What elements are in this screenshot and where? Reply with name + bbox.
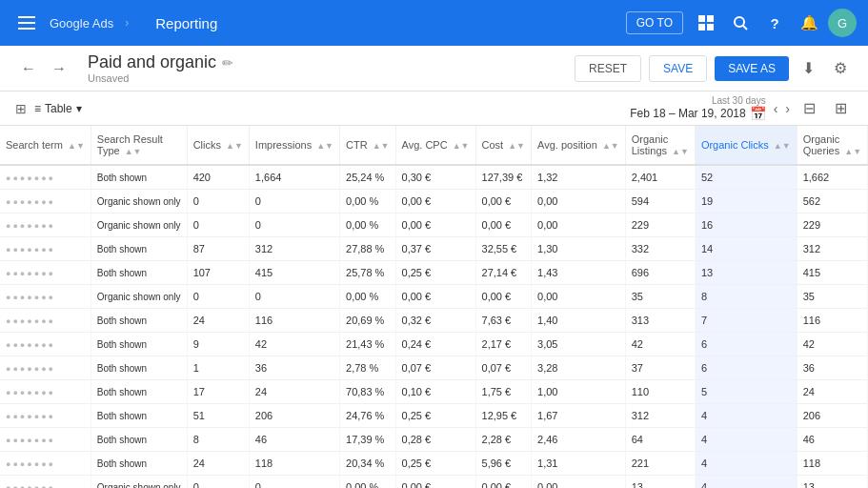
table-cell-0-6: 127,39 € (475, 165, 532, 190)
table-cell-5-1: Organic shown only (91, 285, 187, 309)
undo-button[interactable]: ← (15, 54, 42, 83)
col-header-7[interactable]: Avg. position ▲▼ (532, 126, 626, 165)
table-row: ●●●●●●●Both shown2411820,34 %0,25 €5,96 … (0, 452, 868, 476)
svg-rect-3 (698, 15, 705, 22)
go-to-button[interactable]: GO TO (626, 11, 683, 34)
table-view-button[interactable]: ≡ Table ▾ (34, 102, 82, 115)
filter-icon-button[interactable]: ⊟ (797, 93, 821, 123)
grid-icon-button[interactable] (691, 8, 721, 38)
table-cell-2-6: 0,00 € (475, 214, 532, 237)
col-header-1[interactable]: Search ResultType ▲▼ (91, 126, 187, 165)
table-cell-1-3: 0 (249, 190, 339, 214)
brand-label: Google Ads (50, 16, 113, 30)
table-cell-3-6: 32,55 € (475, 237, 532, 261)
page-title: Paid and organic ✏ (88, 52, 233, 72)
sort-icon: ▲▼ (316, 141, 333, 151)
notifications-icon-button[interactable]: 🔔 (794, 8, 824, 38)
table-cell-10-0: ●●●●●●● (0, 404, 91, 428)
reset-button[interactable]: RESET (575, 55, 641, 82)
blurred-search-term: ●●●●●●● (6, 340, 55, 350)
table-cell-1-0: ●●●●●●● (0, 190, 91, 214)
table-cell-8-0: ●●●●●●● (0, 356, 91, 380)
prev-date-button[interactable]: ‹ (774, 101, 778, 116)
svg-rect-2 (18, 28, 35, 30)
table-cell-9-9: 5 (695, 380, 797, 404)
table-cell-2-0: ●●●●●●● (0, 214, 91, 237)
table-cell-0-0: ●●●●●●● (0, 165, 91, 190)
save-button[interactable]: SAVE (649, 55, 707, 82)
table-cell-6-4: 20,69 % (340, 309, 396, 333)
table-cell-10-3: 206 (249, 404, 339, 428)
table-cell-12-5: 0,25 € (395, 452, 475, 476)
table-cell-4-7: 1,43 (532, 261, 626, 285)
table-cell-5-3: 0 (249, 285, 339, 309)
toolbar-actions: RESET SAVE SAVE AS ⬇ ⚙ (575, 53, 853, 83)
col-header-0[interactable]: Search term ▲▼ (0, 126, 91, 165)
col-header-4[interactable]: CTR ▲▼ (340, 126, 396, 165)
svg-line-8 (743, 26, 747, 30)
table-cell-2-2: 0 (187, 214, 249, 237)
table-header-row: Search term ▲▼Search ResultType ▲▼Clicks… (0, 126, 868, 165)
table-cell-9-0: ●●●●●●● (0, 380, 91, 404)
table-cell-2-10: 229 (797, 214, 867, 237)
table-icon: ≡ (34, 102, 41, 115)
col-header-6[interactable]: Cost ▲▼ (475, 126, 532, 165)
table-row: ●●●●●●●Organic shown only000,00 %0,00 €0… (0, 476, 868, 489)
table-cell-0-3: 1,664 (249, 165, 339, 190)
table-cell-1-9: 19 (695, 190, 797, 214)
search-icon-button[interactable] (725, 8, 756, 38)
next-date-button[interactable]: › (785, 101, 790, 116)
table-cell-2-5: 0,00 € (395, 214, 475, 237)
table-cell-13-2: 0 (187, 476, 249, 489)
page-title-area: Paid and organic ✏ Unsaved (88, 52, 233, 84)
sort-icon: ▲▼ (508, 141, 525, 151)
calendar-icon-button[interactable]: 📅 (750, 106, 766, 121)
blurred-search-term: ●●●●●●● (6, 316, 55, 326)
top-nav-right: GO TO ? 🔔 G (626, 8, 857, 38)
col-header-8[interactable]: OrganicListings ▲▼ (625, 126, 695, 165)
table-cell-1-6: 0,00 € (475, 190, 532, 214)
avatar[interactable]: G (828, 9, 857, 37)
table-cell-8-10: 36 (797, 356, 867, 380)
grid-view-button[interactable]: ⊞ (15, 101, 27, 116)
redo-button[interactable]: → (46, 54, 72, 83)
table-cell-4-10: 415 (797, 261, 867, 285)
table-cell-13-5: 0,00 € (395, 476, 475, 489)
table-cell-4-9: 13 (695, 261, 797, 285)
col-header-9[interactable]: Organic Clicks ▲▼ (695, 126, 797, 165)
table-cell-8-7: 3,28 (532, 356, 626, 380)
table-row: ●●●●●●●Both shown4201,66425,24 %0,30 €12… (0, 165, 868, 190)
sort-icon: ▲▼ (672, 147, 689, 156)
svg-point-7 (735, 17, 744, 27)
table-cell-5-8: 35 (625, 285, 695, 309)
top-nav: Google Ads › Reporting GO TO ? 🔔 G (0, 0, 868, 46)
table-cell-7-0: ●●●●●●● (0, 333, 91, 356)
table-row: ●●●●●●●Both shown2411620,69 %0,32 €7,63 … (0, 309, 868, 333)
col-header-10[interactable]: OrganicQueries ▲▼ (797, 126, 867, 165)
table-cell-10-5: 0,25 € (395, 404, 475, 428)
blurred-search-term: ●●●●●●● (6, 221, 55, 231)
table-cell-12-4: 20,34 % (340, 452, 396, 476)
date-bar-right: Last 30 days Feb 18 – Mar 19, 2018 📅 ‹ ›… (630, 93, 853, 123)
table-cell-7-6: 2,17 € (475, 333, 532, 356)
table-label: Table (45, 102, 72, 115)
table-cell-11-7: 2,46 (532, 428, 626, 452)
table-cell-13-0: ●●●●●●● (0, 476, 91, 489)
columns-icon-button[interactable]: ⊞ (829, 93, 853, 123)
settings-icon-button[interactable]: ⚙ (828, 53, 853, 83)
col-header-3[interactable]: Impressions ▲▼ (249, 126, 339, 165)
save-as-button[interactable]: SAVE AS (715, 56, 789, 81)
table-cell-1-4: 0,00 % (340, 190, 396, 214)
col-header-2[interactable]: Clicks ▲▼ (187, 126, 249, 165)
table-cell-9-1: Both shown (91, 380, 187, 404)
table-cell-5-0: ●●●●●●● (0, 285, 91, 309)
table-cell-8-5: 0,07 € (395, 356, 475, 380)
edit-icon[interactable]: ✏ (222, 55, 233, 71)
hamburger-menu-button[interactable] (11, 8, 42, 38)
table-cell-6-2: 24 (187, 309, 249, 333)
download-icon-button[interactable]: ⬇ (797, 53, 820, 83)
table-cell-3-3: 312 (249, 237, 339, 261)
col-header-5[interactable]: Avg. CPC ▲▼ (395, 126, 475, 165)
table-cell-1-7: 0,00 (532, 190, 626, 214)
help-icon-button[interactable]: ? (759, 8, 790, 38)
